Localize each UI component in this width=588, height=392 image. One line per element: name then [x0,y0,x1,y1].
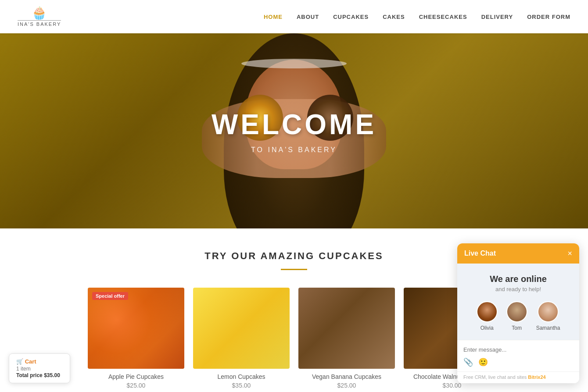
chat-message-input[interactable] [463,345,573,355]
product-price: $25.00 [88,382,184,389]
nav-item-home[interactable]: HOME [264,14,283,20]
nav-item-about[interactable]: ABOUT [297,14,319,20]
hero-section: WELCOME TO INA'S BAKERY [0,33,588,228]
chat-header-title: Live Chat [464,249,496,257]
chat-body: We are online and ready to help! OliviaT… [457,264,579,340]
chat-agent-tom: Tom [506,301,527,331]
agent-name: Tom [512,325,522,331]
product-name: Lemon Cupcakes [193,373,290,380]
cart-bar[interactable]: 🛒 Cart 1 item Total price $35.00 [9,353,70,383]
product-card[interactable]: Lemon Cupcakes$35.00 [193,288,290,389]
agent-name: Samantha [536,325,560,331]
product-price: $35.00 [193,382,290,389]
product-image: Special offer [88,288,184,369]
logo-icon: 🧁 [32,7,47,19]
nav-item-delivery[interactable]: DELIVERY [481,14,513,20]
agent-avatar [506,301,527,322]
hero-content: WELCOME TO INA'S BAKERY [212,108,376,154]
chat-input-area: 📎 🙂 [457,340,579,371]
agent-avatar [477,301,498,322]
product-name: Apple Pie Cupcakes [88,373,184,380]
chat-brand: Bitrix24 [528,374,545,380]
nav-item-cheesecakes[interactable]: CHEESECAKES [419,14,467,20]
chat-footer-text: Free CRM, live chat and sites [463,374,528,380]
product-image [298,288,395,369]
attachment-icon[interactable]: 📎 [463,357,473,367]
logo[interactable]: 🧁 INA'S BAKERY [18,7,61,27]
chat-header: Live Chat × [457,243,579,264]
agent-name: Olivia [480,325,494,331]
nav-item-cakes[interactable]: CAKES [383,14,405,20]
emoji-icon[interactable]: 🙂 [478,357,488,367]
cart-total: Total price $35.00 [16,372,63,378]
chat-close-button[interactable]: × [567,249,572,257]
chat-online-title: We are online [466,274,570,284]
logo-text: INA'S BAKERY [18,20,61,27]
main-nav: HOMEABOUTCUPCAKESCAKESCHEESECAKESDELIVER… [264,14,570,20]
chat-footer: Free CRM, live chat and sites Bitrix24 [457,371,579,383]
hero-title: WELCOME [212,108,376,141]
product-price: $25.00 [298,382,395,389]
live-chat-widget: Live Chat × We are online and ready to h… [457,243,579,383]
special-badge: Special offer [92,292,128,300]
product-name: Vegan Banana Cupcakes [298,373,395,380]
section-underline [281,269,307,270]
product-image [193,288,290,369]
chat-online-sub: and ready to help! [466,286,570,292]
header: 🧁 INA'S BAKERY HOMEABOUTCUPCAKESCAKESCHE… [0,0,588,33]
product-card[interactable]: Vegan Banana Cupcakes$25.00 [298,288,395,389]
chat-agent-samantha: Samantha [536,301,560,331]
cart-item-count: 1 item [16,366,63,372]
cart-label: 🛒 Cart [16,358,63,365]
agent-avatar [538,301,559,322]
chat-agents: OliviaTomSamantha [466,301,570,331]
hero-subtitle: TO INA'S BAKERY [212,146,376,154]
chat-input-actions: 📎 🙂 [463,357,573,367]
nav-item-order-form[interactable]: ORDER FORM [527,14,570,20]
product-card[interactable]: Special offerApple Pie Cupcakes$25.00 [88,288,184,389]
chat-agent-olivia: Olivia [477,301,498,331]
nav-item-cupcakes[interactable]: CUPCAKES [333,14,369,20]
